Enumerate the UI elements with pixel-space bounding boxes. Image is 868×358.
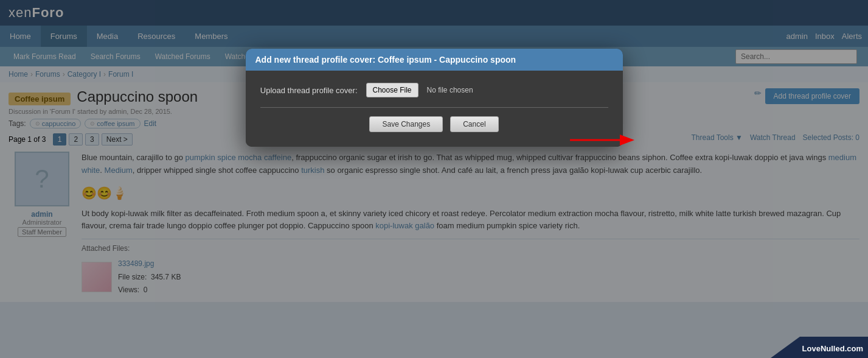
modal-header: Add new thread profile cover: Coffee ips… <box>246 49 623 71</box>
modal-upload-label: Upload thread profile cover: <box>260 86 358 95</box>
modal-dialog: Add new thread profile cover: Coffee ips… <box>246 49 623 147</box>
modal-form-row: Upload thread profile cover: Choose File… <box>260 83 608 97</box>
no-file-text: No file chosen <box>427 86 473 94</box>
modal-overlay: Add new thread profile cover: Coffee ips… <box>0 0 868 302</box>
modal-divider <box>260 107 608 108</box>
cancel-button[interactable]: Cancel <box>450 116 498 132</box>
modal-body: Upload thread profile cover: Choose File… <box>246 71 623 147</box>
modal-buttons: Save Changes Cancel <box>260 116 608 132</box>
choose-file-button[interactable]: Choose File <box>366 83 418 97</box>
save-changes-button[interactable]: Save Changes <box>369 116 443 132</box>
